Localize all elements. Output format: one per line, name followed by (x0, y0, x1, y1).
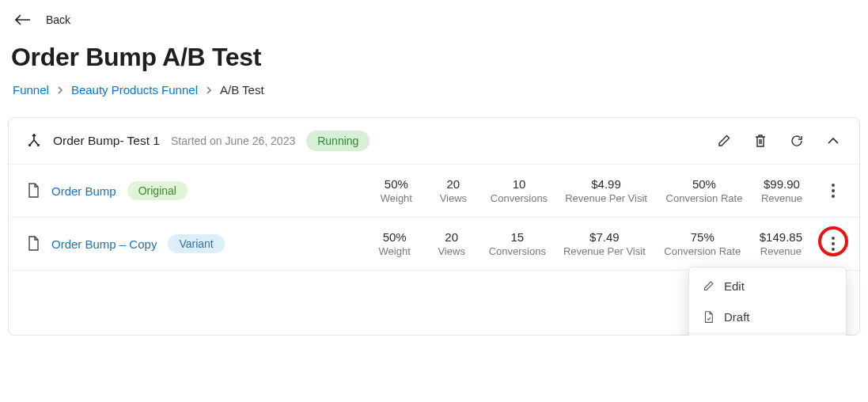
metric-cr: 50%Conversion Rate (657, 177, 752, 204)
metric-views: 20Views (426, 177, 481, 204)
metric-rpv: $4.99Revenue Per Visit (557, 177, 655, 204)
refresh-icon[interactable] (788, 132, 805, 150)
document-icon (26, 236, 40, 252)
collapse-icon[interactable] (824, 132, 842, 150)
metric-rpv: $7.49Revenue Per Visit (555, 230, 654, 257)
metric-conversions: 10Conversions (483, 177, 555, 204)
metric-revenue: $99.90Revenue (753, 177, 810, 204)
page-title: Order Bump A/B Test (8, 33, 860, 78)
test-started: Started on June 26, 2023 (171, 135, 295, 147)
dropdown-item-declare-winner[interactable]: Declare as Winner (689, 332, 846, 336)
test-panel: Order Bump- Test 1 Started on June 26, 2… (8, 117, 860, 336)
dropdown-label: Draft (724, 310, 750, 324)
panel-header: Order Bump- Test 1 Started on June 26, 2… (9, 118, 859, 164)
dropdown-label: Edit (724, 279, 745, 293)
metric-weight: 50%Weight (369, 177, 424, 204)
breadcrumb-link-beauty-products[interactable]: Beauty Products Funnel (71, 83, 198, 97)
metric-weight: 50%Weight (367, 230, 423, 257)
test-name: Order Bump- Test 1 (53, 134, 160, 148)
back-link[interactable]: Back (46, 13, 70, 26)
variant-link-original[interactable]: Order Bump (51, 184, 116, 198)
row-actions-menu-button[interactable] (824, 179, 842, 203)
metric-conversions: 15Conversions (481, 230, 554, 257)
status-badge: Running (306, 131, 370, 151)
breadcrumb-link-funnel[interactable]: Funnel (13, 83, 49, 97)
back-arrow-icon[interactable] (14, 11, 32, 28)
document-icon (26, 183, 40, 199)
delete-icon[interactable] (752, 132, 769, 150)
metric-views: 20Views (424, 230, 479, 257)
metric-cr: 75%Conversion Rate (655, 230, 750, 257)
row-actions-menu-button[interactable] (824, 232, 842, 256)
pencil-icon (702, 280, 714, 293)
dropdown-item-edit[interactable]: Edit (689, 271, 846, 302)
draft-icon (702, 311, 714, 324)
metric-revenue: $149.85Revenue (752, 230, 810, 257)
dropdown-item-draft[interactable]: Draft (689, 302, 846, 332)
chevron-right-icon (206, 86, 212, 94)
chevron-right-icon (57, 86, 63, 94)
row-actions-dropdown: Edit Draft Declare as Winner (688, 267, 847, 336)
tag-variant: Variant (168, 234, 224, 253)
table-row: Order Bump Original 50%Weight 20Views 10… (9, 164, 859, 217)
split-icon (26, 133, 42, 149)
breadcrumb-current: A/B Test (220, 83, 264, 97)
table-row: Order Bump – Copy Variant 50%Weight 20Vi… (9, 217, 859, 270)
variant-link-copy[interactable]: Order Bump – Copy (51, 237, 157, 251)
tag-original: Original (127, 181, 188, 200)
breadcrumb: Funnel Beauty Products Funnel A/B Test (8, 78, 860, 117)
edit-icon[interactable] (715, 132, 733, 150)
